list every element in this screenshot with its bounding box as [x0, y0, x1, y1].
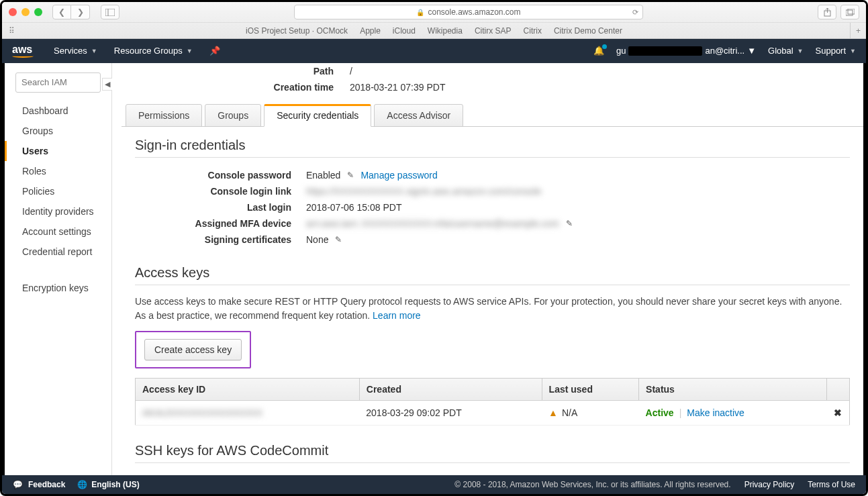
share-button[interactable] — [818, 5, 836, 19]
signing-cert-value: None — [306, 234, 328, 245]
notification-dot-icon — [602, 44, 607, 49]
sidebar-item-roles[interactable]: Roles — [5, 161, 111, 181]
back-button[interactable]: ❮ — [52, 5, 71, 19]
pin-icon[interactable]: 📌 — [209, 46, 220, 56]
key-status-value: Active — [646, 407, 674, 418]
console-password-label: Console password — [135, 170, 306, 181]
key-id-value: AKIAJXXXXXXXXXXXXXXX — [142, 407, 262, 418]
sidebar-item-credential-report[interactable]: Credential report — [5, 242, 111, 262]
bookmarks-list: iOS Project Setup · OCMockAppleiCloudWik… — [246, 26, 622, 36]
tab-permissions[interactable]: Permissions — [126, 104, 202, 127]
notifications-button[interactable]: 🔔 — [593, 46, 604, 56]
access-keys-desc-text: Use access keys to make secure REST or H… — [135, 296, 842, 321]
col-key-id[interactable]: Access key ID — [136, 378, 360, 400]
sidebar-item-encryption-keys[interactable]: Encryption keys — [5, 278, 111, 298]
sidebar-item-users[interactable]: Users — [5, 141, 111, 161]
table-row: AKIAJXXXXXXXXXXXXXXX2018-03-29 09:02 PDT… — [136, 400, 850, 425]
footer: 💬 Feedback 🌐 English (US) © 2008 - 2018,… — [2, 475, 866, 494]
col-created[interactable]: Created — [359, 378, 542, 400]
svg-rect-5 — [848, 9, 855, 14]
terms-link[interactable]: Terms of Use — [808, 480, 855, 489]
window-controls[interactable] — [9, 8, 42, 16]
key-lastused-value: N/A — [562, 407, 577, 418]
svg-rect-0 — [105, 9, 115, 16]
copyright-text: © 2008 - 2018, Amazon Web Services, Inc.… — [454, 480, 730, 489]
close-window-icon[interactable] — [9, 8, 17, 16]
support-label: Support — [816, 46, 847, 56]
collapse-sidebar-button[interactable]: ◀ — [102, 78, 112, 91]
sidebar-item-policies[interactable]: Policies — [5, 181, 111, 201]
tab-groups[interactable]: Groups — [205, 104, 261, 127]
user-prefix: gu — [616, 46, 626, 56]
new-tab-button[interactable]: + — [850, 23, 866, 39]
tabs-button[interactable] — [840, 5, 859, 19]
last-login-value: 2018-07-06 15:08 PDT — [306, 202, 401, 213]
feedback-button[interactable]: 💬 Feedback — [13, 480, 65, 489]
bookmark-item[interactable]: Wikipedia — [428, 26, 463, 36]
feedback-label: Feedback — [28, 480, 65, 489]
tab-access-advisor[interactable]: Access Advisor — [374, 104, 463, 127]
path-value: / — [350, 66, 352, 77]
sidebar-item-account-settings[interactable]: Account settings — [5, 221, 111, 242]
sidebar-toggle-button[interactable] — [101, 5, 119, 19]
aws-logo[interactable]: aws — [12, 44, 34, 58]
reload-icon[interactable]: ⟳ — [632, 8, 638, 17]
delete-key-icon[interactable]: ✖ — [834, 407, 842, 418]
caret-down-icon: ▼ — [798, 48, 804, 54]
signing-cert-label: Signing certificates — [135, 234, 306, 245]
ssh-title: SSH keys for AWS CodeCommit — [135, 443, 850, 458]
bookmark-item[interactable]: Apple — [360, 26, 381, 36]
console-password-value: Enabled — [306, 170, 340, 181]
sidebar-item-identity-providers[interactable]: Identity providers — [5, 201, 111, 221]
caret-down-icon: ▼ — [747, 46, 756, 56]
key-created-value: 2018-03-29 09:02 PDT — [359, 400, 542, 425]
privacy-link[interactable]: Privacy Policy — [744, 480, 795, 489]
caret-down-icon: ▼ — [91, 48, 97, 54]
bookmark-item[interactable]: Citrix Demo Center — [554, 26, 622, 36]
services-menu[interactable]: Services ▼ — [54, 46, 97, 56]
region-menu[interactable]: Global ▼ — [768, 46, 804, 56]
url-bar[interactable]: 🔒 console.aws.amazon.com ⟳ — [294, 5, 643, 19]
language-selector[interactable]: 🌐 English (US) — [77, 480, 139, 489]
browser-chrome: ❮ ❯ 🔒 console.aws.amazon.com ⟳ ⠿ iOS Pro… — [2, 2, 866, 39]
region-label: Global — [768, 46, 793, 56]
bookmark-item[interactable]: iCloud — [393, 26, 416, 36]
user-redacted — [628, 46, 702, 56]
login-link-label: Console login link — [135, 186, 306, 197]
bookmark-bar: ⠿ iOS Project Setup · OCMockAppleiCloudW… — [2, 22, 866, 38]
url-text: console.aws.amazon.com — [428, 7, 520, 17]
access-keys-table: Access key ID Created Last used Status A… — [135, 378, 850, 426]
warning-icon: ▲ — [548, 407, 558, 418]
tabs: PermissionsGroupsSecurity credentialsAcc… — [122, 103, 863, 127]
apps-grid-icon[interactable]: ⠿ — [9, 26, 15, 36]
create-access-key-button[interactable]: Create access key — [144, 339, 242, 360]
edit-icon[interactable]: ✎ — [335, 235, 342, 244]
col-last-used[interactable]: Last used — [542, 378, 639, 400]
edit-icon[interactable]: ✎ — [347, 170, 354, 180]
login-link-value: https://XXXXXXXXXXX.signin.aws.amazon.co… — [306, 186, 541, 197]
user-menu[interactable]: gu an@citri... ▼ — [616, 46, 756, 56]
tab-security-credentials[interactable]: Security credentials — [264, 104, 371, 127]
user-suffix: an@citri... — [705, 46, 744, 56]
edit-icon[interactable]: ✎ — [566, 219, 573, 228]
maximize-window-icon[interactable] — [34, 8, 42, 16]
support-menu[interactable]: Support ▼ — [816, 46, 856, 56]
creation-time-label: Creation time — [122, 82, 350, 93]
last-login-label: Last login — [135, 202, 306, 213]
forward-button[interactable]: ❯ — [71, 5, 90, 19]
col-status[interactable]: Status — [639, 378, 827, 400]
manage-password-link[interactable]: Manage password — [360, 170, 437, 181]
resource-groups-menu[interactable]: Resource Groups ▼ — [114, 46, 193, 56]
caret-down-icon: ▼ — [187, 48, 193, 54]
search-input[interactable] — [15, 72, 101, 93]
make-inactive-link[interactable]: Make inactive — [687, 407, 744, 418]
sidebar-item-dashboard[interactable]: Dashboard — [5, 101, 111, 121]
bookmark-item[interactable]: Citrix — [524, 26, 542, 36]
caret-down-icon: ▼ — [850, 48, 856, 54]
bookmark-item[interactable]: iOS Project Setup · OCMock — [246, 26, 348, 36]
bookmark-item[interactable]: Citirx SAP — [475, 26, 512, 36]
minimize-window-icon[interactable] — [21, 8, 30, 16]
learn-more-link[interactable]: Learn more — [373, 310, 421, 321]
sidebar-item-groups[interactable]: Groups — [5, 121, 111, 141]
lock-icon: 🔒 — [416, 9, 424, 16]
